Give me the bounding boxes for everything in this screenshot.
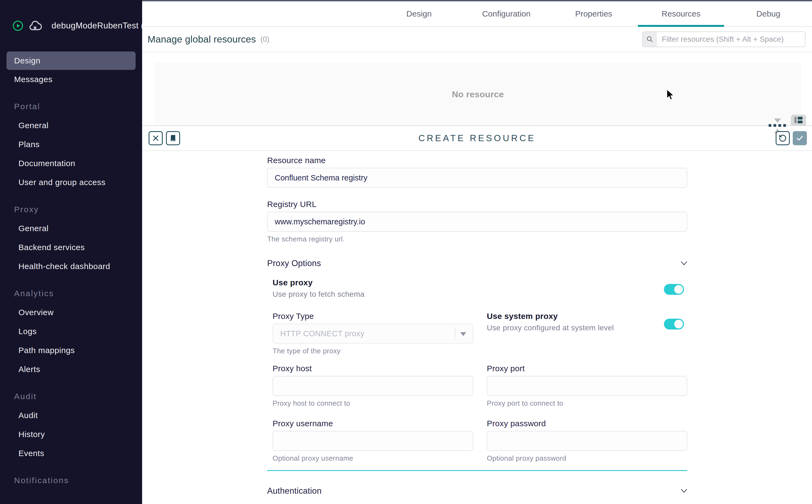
resource-count-badge: (0) bbox=[260, 35, 269, 44]
play-circle-icon[interactable] bbox=[12, 20, 24, 32]
empty-state: No resource bbox=[154, 63, 801, 126]
proxy-host-block: Proxy host Proxy host to connect to bbox=[273, 364, 473, 408]
empty-state-message: No resource bbox=[452, 89, 504, 99]
api-title: debugModeRubenTest (1) bbox=[51, 21, 151, 31]
filter-resources-field bbox=[642, 31, 805, 47]
search-icon bbox=[643, 32, 657, 47]
proxy-host-label: Proxy host bbox=[273, 364, 473, 373]
sidebar-item-logs[interactable]: Logs bbox=[0, 322, 142, 341]
documentation-button[interactable] bbox=[166, 131, 180, 145]
splitter-collapse-icon[interactable] bbox=[774, 118, 781, 123]
create-resource-title: CREATE RESOURCE bbox=[418, 133, 536, 143]
proxy-type-row: Proxy Type HTTP CONNECT proxy The type o… bbox=[267, 312, 687, 355]
sidebar-item-events[interactable]: Events bbox=[0, 444, 142, 463]
use-system-proxy-description: Use proxy configured at system level bbox=[487, 324, 687, 332]
use-proxy-description: Use proxy to fetch schema bbox=[273, 290, 687, 299]
create-resource-panel: CREATE RESOURCE Resource name Registry U… bbox=[142, 125, 812, 504]
proxy-type-select[interactable]: HTTP CONNECT proxy bbox=[273, 324, 473, 344]
registry-url-hint: The schema registry url. bbox=[267, 235, 687, 243]
cloud-off-icon[interactable] bbox=[28, 20, 42, 32]
sidebar-item-general-8[interactable]: General bbox=[0, 219, 142, 238]
authentication-section-header[interactable]: Authentication bbox=[267, 486, 687, 496]
tab-debug[interactable]: Debug bbox=[725, 1, 812, 26]
toggle-knob bbox=[674, 285, 683, 294]
proxy-port-label: Proxy port bbox=[487, 364, 687, 373]
proxy-host-hint: Proxy host to connect to bbox=[273, 399, 473, 408]
sidebar-item-health-check-dashboard[interactable]: Health-check dashboard bbox=[0, 257, 142, 276]
check-icon bbox=[796, 134, 804, 142]
proxy-type-value: HTTP CONNECT proxy bbox=[280, 329, 364, 338]
dropdown-arrow-icon bbox=[460, 332, 466, 336]
registry-url-label: Registry URL bbox=[267, 200, 687, 209]
proxy-type-label: Proxy Type bbox=[273, 312, 473, 321]
sidebar-header: debugModeRubenTest (1) bbox=[0, 0, 142, 51]
page-header: Manage global resources (0) bbox=[142, 27, 812, 52]
registry-url-input[interactable] bbox=[267, 212, 687, 232]
close-icon bbox=[152, 134, 159, 142]
chevron-down-icon bbox=[681, 261, 687, 266]
proxy-password-hint: Optional proxy password bbox=[487, 454, 687, 463]
panel-layout-icon bbox=[794, 116, 803, 124]
proxy-host-input[interactable] bbox=[273, 376, 473, 396]
sidebar-item-audit[interactable]: Audit bbox=[0, 406, 142, 425]
proxy-password-input[interactable] bbox=[487, 431, 687, 451]
proxy-username-input[interactable] bbox=[273, 431, 473, 451]
proxy-options-group-divider bbox=[267, 470, 687, 471]
page-title: Manage global resources bbox=[147, 34, 256, 45]
chevron-down-icon bbox=[681, 489, 687, 493]
sidebar-section-analytics: Analytics bbox=[0, 284, 142, 303]
use-system-proxy-toggle[interactable] bbox=[664, 319, 684, 329]
proxy-port-block: Proxy port Proxy port to connect to bbox=[487, 364, 687, 408]
resource-name-label: Resource name bbox=[267, 156, 687, 165]
sidebar-section-portal: Portal bbox=[0, 97, 142, 116]
main-area: DesignConfigurationPropertiesResourcesDe… bbox=[142, 0, 812, 504]
filter-resources-input[interactable] bbox=[657, 32, 805, 47]
sidebar-section-audit: Audit bbox=[0, 387, 142, 406]
proxy-port-input[interactable] bbox=[487, 376, 687, 396]
sidebar-item-backend-services[interactable]: Backend services bbox=[0, 238, 142, 257]
proxy-username-hint: Optional proxy username bbox=[273, 454, 473, 463]
registry-url-block: Registry URL The schema registry url. bbox=[267, 200, 687, 243]
sidebar-item-overview[interactable]: Overview bbox=[0, 303, 142, 322]
proxy-password-label: Proxy password bbox=[487, 419, 687, 428]
sidebar-item-documentation[interactable]: Documentation bbox=[0, 154, 142, 173]
panel-layout-button[interactable] bbox=[791, 115, 806, 125]
sidebar-section-proxy: Proxy bbox=[0, 200, 142, 219]
sidebar-item-plans[interactable]: Plans bbox=[0, 135, 142, 154]
refresh-icon bbox=[779, 134, 787, 142]
close-button[interactable] bbox=[149, 131, 163, 145]
create-resource-header: CREATE RESOURCE bbox=[142, 126, 812, 151]
sidebar-item-path-mappings[interactable]: Path mappings bbox=[0, 341, 142, 360]
sidebar-item-history[interactable]: History bbox=[0, 425, 142, 444]
app-root: { "colors": { "sidebar_bg": "#151329", "… bbox=[0, 0, 812, 504]
sidebar-item-design[interactable]: Design bbox=[7, 51, 135, 70]
proxy-options-section-header[interactable]: Proxy Options bbox=[267, 259, 687, 268]
sidebar-item-alerts[interactable]: Alerts bbox=[0, 360, 142, 379]
proxy-host-port-row: Proxy host Proxy host to connect to Prox… bbox=[267, 364, 687, 408]
resource-name-block: Resource name bbox=[267, 156, 687, 188]
tab-properties[interactable]: Properties bbox=[550, 1, 637, 26]
save-resource-button[interactable] bbox=[793, 131, 807, 145]
sidebar-item-messages[interactable]: Messages bbox=[0, 70, 142, 89]
use-proxy-row: Use proxy Use proxy to fetch schema bbox=[267, 278, 687, 299]
tab-resources[interactable]: Resources bbox=[637, 1, 725, 26]
create-resource-form: Resource name Registry URL The schema re… bbox=[267, 151, 687, 504]
tab-configuration[interactable]: Configuration bbox=[463, 1, 550, 26]
proxy-username-label: Proxy username bbox=[273, 419, 473, 428]
proxy-username-block: Proxy username Optional proxy username bbox=[273, 419, 473, 463]
sidebar-nav: DesignMessagesPortalGeneralPlansDocument… bbox=[0, 51, 142, 490]
toggle-knob bbox=[674, 320, 683, 328]
proxy-type-block: Proxy Type HTTP CONNECT proxy The type o… bbox=[273, 312, 473, 355]
proxy-port-hint: Proxy port to connect to bbox=[487, 399, 687, 408]
sidebar-section-notifications: Notifications bbox=[0, 471, 142, 490]
tab-design[interactable]: Design bbox=[375, 1, 463, 26]
resource-name-input[interactable] bbox=[267, 168, 687, 188]
proxy-credentials-row: Proxy username Optional proxy username P… bbox=[267, 419, 687, 463]
book-icon bbox=[169, 134, 177, 142]
use-proxy-toggle[interactable] bbox=[664, 284, 684, 295]
sidebar-item-user-and-group-access[interactable]: User and group access bbox=[0, 173, 142, 192]
sidebar-item-general-3[interactable]: General bbox=[0, 116, 142, 135]
use-system-proxy-block: Use system proxy Use proxy configured at… bbox=[487, 312, 687, 355]
reset-button[interactable] bbox=[776, 131, 790, 145]
use-system-proxy-label: Use system proxy bbox=[487, 312, 687, 321]
